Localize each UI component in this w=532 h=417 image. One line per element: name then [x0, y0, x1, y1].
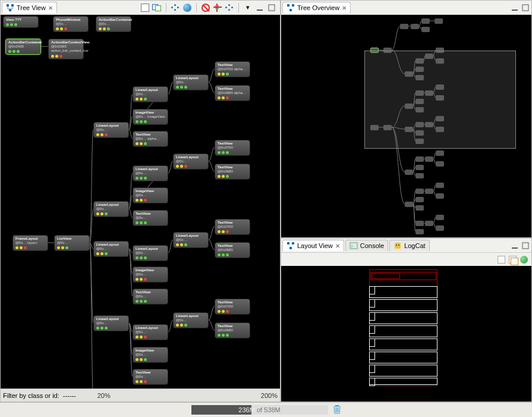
lv-outline-icon[interactable]: [498, 256, 505, 264]
tab-tree-overview-label: Tree Overview: [297, 4, 339, 11]
save-single-icon[interactable]: [140, 3, 150, 12]
tree-node[interactable]: LinearLayout@0x…: [93, 315, 129, 331]
svg-rect-18: [522, 243, 528, 249]
overview-node: [436, 183, 444, 188]
tab-tree-view[interactable]: Tree View ✕: [2, 2, 57, 13]
tree-view-canvas[interactable]: View ???PhoneWindow@0x…ActionBarContaine…: [1, 15, 280, 388]
tree-node[interactable]: ListView@0x…: [54, 235, 90, 251]
tree-node[interactable]: TextView@0x0680: [215, 164, 250, 180]
tree-node[interactable]: TextView@0x0700: [215, 219, 250, 235]
mem-used: 236M: [238, 406, 255, 413]
tree-node[interactable]: LinearLayout@0x…: [133, 165, 168, 181]
svg-rect-19: [335, 405, 339, 406]
minimize-icon[interactable]: [510, 3, 520, 12]
maximize-icon[interactable]: [267, 3, 276, 12]
tree-node[interactable]: LinearLayout@0x…: [93, 122, 129, 138]
tree-node[interactable]: TextView@0x0680 alpha…: [215, 85, 250, 101]
tree-node[interactable]: LinearLayout@0x…: [133, 324, 168, 340]
tree-node[interactable]: ActionBarContainer@0x…: [96, 16, 131, 32]
status-bar: 236M of 538M: [0, 402, 532, 417]
hierarchy2-icon[interactable]: [225, 3, 234, 12]
overview-node: [436, 225, 444, 231]
tree-node[interactable]: TextView@0x…: [133, 369, 168, 385]
svg-rect-1: [11, 4, 14, 7]
layout-view-canvas[interactable]: [281, 266, 531, 402]
tree-node[interactable]: ActionBarContainer@0x0438: [5, 39, 41, 55]
zoom-out-link[interactable]: 20%: [97, 392, 111, 399]
device-header-cell: [372, 273, 400, 279]
overview-node: [415, 221, 424, 226]
lv-stack-icon[interactable]: [509, 256, 517, 264]
gc-trash-icon[interactable]: [333, 405, 341, 415]
overview-viewport[interactable]: [364, 51, 516, 149]
layout-icon: [287, 242, 295, 250]
tree-view-toolbar: ▾: [138, 1, 279, 15]
tree-node[interactable]: TextView@0x0700: [215, 140, 250, 156]
layout-view-panel: Layout View ✕ Console LogCat: [281, 238, 532, 402]
overview-node: [405, 202, 413, 207]
tree-node[interactable]: ImageView@0x…: [133, 266, 168, 283]
tree-overview-panel: Tree Overview ✕: [281, 0, 532, 238]
tree-node[interactable]: TextView@0x…: [133, 289, 168, 305]
tree-node[interactable]: TextView@0x…: [133, 210, 168, 226]
tree-node[interactable]: TextView@0x0700: [215, 299, 250, 315]
tree-overview-canvas[interactable]: [281, 15, 531, 237]
filter-input[interactable]: [63, 392, 87, 399]
tree-node[interactable]: LinearLayout@0x…: [173, 74, 209, 90]
device-list: [369, 285, 437, 386]
maximize-icon[interactable]: [521, 3, 530, 12]
tree-node[interactable]: ImageView@0x…: [133, 187, 168, 203]
tree-node[interactable]: ImageView@0x… ImageView: [133, 109, 168, 125]
zoom-in-link[interactable]: 200%: [261, 392, 278, 399]
lv-globe-icon[interactable]: [520, 256, 528, 264]
request-layout-icon[interactable]: [213, 3, 222, 12]
view-menu-icon[interactable]: ▾: [243, 3, 253, 12]
maximize-icon[interactable]: [521, 241, 530, 250]
tab-tree-view-label: Tree View: [17, 4, 46, 11]
tree-node[interactable]: LinearLayout@0x…: [173, 312, 209, 328]
overview-node: [436, 193, 444, 199]
tree-icon: [6, 4, 14, 12]
tree-node[interactable]: LinearLayout@0x…: [133, 86, 168, 102]
tree-node[interactable]: PhoneWindow@0x…: [53, 16, 89, 32]
save-layers-icon[interactable]: [152, 3, 162, 12]
logcat-icon: [394, 242, 402, 250]
tree-node[interactable]: TextView@0x0680: [215, 322, 250, 338]
overview-node: [435, 18, 443, 24]
memory-meter: 236M of 538M: [191, 405, 328, 415]
svg-rect-11: [292, 242, 294, 244]
overview-node: [421, 27, 430, 32]
tab-layout-view[interactable]: Layout View ✕: [282, 240, 344, 251]
tree-node[interactable]: LinearLayout@0x…: [173, 153, 209, 170]
globe-icon[interactable]: [182, 3, 192, 12]
tree-view-tabbar: Tree View ✕ ▾: [1, 1, 280, 15]
svg-rect-2: [9, 9, 11, 11]
tree-node[interactable]: TextView@0x0700 alpha…: [215, 61, 250, 77]
tree-node[interactable]: ActionBarContextView@0x0395 action_bar_c…: [48, 39, 84, 59]
tree-node[interactable]: LinearLayout@0x…: [93, 241, 129, 257]
svg-rect-0: [7, 4, 9, 7]
tree-node[interactable]: FrameLayout@0x… layout: [12, 235, 48, 251]
minimize-icon[interactable]: [510, 241, 520, 250]
tab-tree-overview[interactable]: Tree Overview ✕: [282, 2, 351, 13]
svg-rect-6: [292, 4, 294, 7]
hierarchy-icon[interactable]: [171, 3, 180, 12]
tab-close-icon[interactable]: ✕: [48, 5, 53, 11]
tab-close-icon[interactable]: ✕: [335, 243, 340, 249]
tab-console[interactable]: Console: [345, 240, 388, 251]
svg-point-16: [398, 244, 399, 246]
invalidate-icon[interactable]: [201, 3, 210, 12]
overview-node: [415, 197, 424, 202]
tree-node[interactable]: TextView@0x0680: [215, 242, 250, 258]
tree-node[interactable]: ImageView@0x…: [133, 347, 168, 363]
svg-rect-5: [287, 4, 289, 7]
svg-rect-9: [522, 5, 528, 11]
minimize-icon[interactable]: [255, 3, 265, 12]
tree-node[interactable]: TextView@0x… alpha…: [133, 131, 168, 147]
tree-node[interactable]: LinearLayout@0x…: [173, 232, 209, 248]
tree-node[interactable]: LinearLayout@0x…: [133, 245, 168, 261]
tree-node[interactable]: View ???: [3, 16, 39, 28]
tab-close-icon[interactable]: ✕: [342, 5, 347, 11]
tab-logcat[interactable]: LogCat: [389, 240, 429, 251]
tree-node[interactable]: LinearLayout@0x…: [93, 201, 129, 217]
